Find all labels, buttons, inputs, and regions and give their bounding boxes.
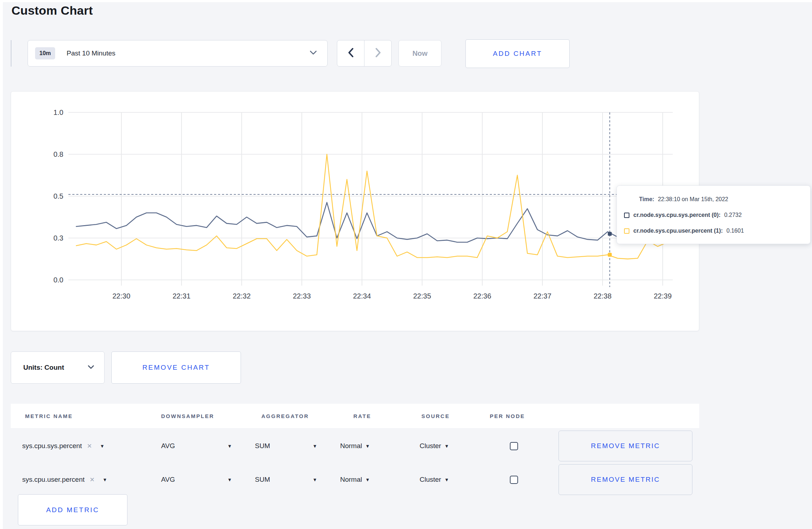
caret-down-icon: ▼: [227, 443, 232, 449]
chevron-left-icon: [347, 48, 354, 59]
svg-text:22:38: 22:38: [594, 292, 612, 300]
tooltip-series-name: cr.node.sys.cpu.user.percent (1):: [633, 228, 723, 234]
tooltip-series-name: cr.node.sys.cpu.sys.percent (0):: [633, 212, 721, 218]
svg-text:22:36: 22:36: [473, 292, 491, 300]
chart-plot[interactable]: 0.00.30.50.81.022:3022:3122:3222:3322:34…: [11, 92, 700, 331]
metric-row-user: sys.cpu.user.percent ✕ ▼ AVG ▼ SUM ▼ Nor…: [11, 463, 699, 496]
svg-text:0.0: 0.0: [53, 276, 63, 284]
caret-down-icon: ▼: [313, 477, 317, 482]
per-node-checkbox[interactable]: [510, 442, 518, 450]
caret-down-icon: ▼: [227, 477, 232, 482]
aggregator-caret[interactable]: ▼: [313, 429, 317, 463]
tooltip-time-value: 22:38:10 on Mar 15th, 2022: [658, 196, 728, 203]
metric-row-sys: sys.cpu.sys.percent ✕ ▼ AVG ▼ SUM ▼ Norm…: [11, 429, 699, 463]
series-line-0: [76, 203, 668, 242]
metric-name-label: sys.cpu.user.percent: [22, 476, 84, 484]
tooltip-series-value: 0.2732: [724, 212, 742, 218]
tooltip-series-value: 0.1601: [726, 228, 744, 234]
units-label: Units: Count: [23, 364, 64, 372]
caret-down-icon: ▼: [103, 477, 107, 482]
caret-down-icon: ▼: [444, 477, 449, 482]
col-per-node: PER NODE: [490, 413, 525, 419]
source-select[interactable]: Cluster ▼: [420, 463, 449, 496]
chevron-down-icon: [309, 50, 317, 57]
col-metric-name: METRIC NAME: [25, 413, 73, 419]
time-range-select[interactable]: 10m Past 10 Minutes: [28, 40, 328, 67]
per-node-cell: [510, 429, 518, 463]
svg-text:22:32: 22:32: [233, 292, 251, 300]
series-swatch-sys: [624, 213, 629, 218]
series-swatch-user: [624, 228, 629, 234]
chart-card: 0.00.30.50.81.022:3022:3122:3222:3322:34…: [11, 91, 699, 331]
svg-text:22:31: 22:31: [173, 292, 190, 300]
metrics-table-header: METRIC NAME DOWNSAMPLER AGGREGATOR RATE …: [11, 404, 699, 428]
metric-name-select[interactable]: sys.cpu.sys.percent ✕ ▼: [22, 429, 105, 463]
chevron-down-icon: [88, 364, 94, 371]
time-range-label: Past 10 Minutes: [67, 49, 115, 57]
clear-metric-icon[interactable]: ✕: [87, 442, 92, 450]
caret-down-icon: ▼: [365, 477, 370, 482]
col-aggregator: AGGREGATOR: [261, 413, 309, 419]
svg-text:0.3: 0.3: [53, 234, 63, 242]
col-downsampler: DOWNSAMPLER: [161, 413, 214, 419]
prev-range-button[interactable]: [337, 40, 364, 66]
col-source: SOURCE: [421, 413, 450, 419]
tooltip-time-label: Time:: [639, 196, 654, 203]
svg-text:22:33: 22:33: [293, 292, 311, 300]
svg-text:1.0: 1.0: [53, 108, 63, 116]
window-edge-left: [0, 0, 3, 529]
downsampler-select[interactable]: AVG: [161, 429, 175, 463]
units-select[interactable]: Units: Count: [11, 351, 105, 384]
chart-tooltip: Time: 22:38:10 on Mar 15th, 2022 cr.node…: [617, 185, 811, 244]
caret-down-icon: ▼: [100, 443, 105, 449]
chevron-right-icon: [374, 48, 382, 59]
caret-down-icon: ▼: [313, 443, 317, 449]
downsampler-caret[interactable]: ▼: [227, 429, 232, 463]
remove-metric-button[interactable]: REMOVE METRIC: [559, 431, 692, 461]
aggregator-select[interactable]: SUM: [255, 463, 270, 496]
per-node-checkbox[interactable]: [510, 476, 518, 484]
per-node-cell: [510, 463, 518, 496]
aggregator-select[interactable]: SUM: [255, 429, 270, 463]
remove-metric-button[interactable]: REMOVE METRIC: [559, 464, 692, 495]
add-chart-button[interactable]: ADD CHART: [465, 39, 570, 68]
clear-metric-icon[interactable]: ✕: [90, 476, 95, 484]
svg-text:22:34: 22:34: [353, 292, 371, 300]
downsampler-select[interactable]: AVG: [161, 463, 175, 496]
remove-chart-button[interactable]: REMOVE CHART: [111, 351, 241, 384]
source-select[interactable]: Cluster ▼: [420, 429, 449, 463]
time-nav-group: [337, 40, 392, 67]
rate-select[interactable]: Normal ▼: [340, 463, 370, 496]
time-range-badge: 10m: [35, 47, 55, 59]
page-title: Custom Chart: [11, 4, 93, 18]
add-metric-button[interactable]: ADD METRIC: [18, 494, 127, 525]
svg-text:22:30: 22:30: [112, 292, 130, 300]
downsampler-caret[interactable]: ▼: [227, 463, 232, 496]
window-edge-top: [0, 0, 812, 2]
toolbar-divider: [11, 40, 11, 67]
svg-text:22:35: 22:35: [413, 292, 431, 300]
series-line-1: [76, 154, 668, 259]
metric-name-select[interactable]: sys.cpu.user.percent ✕ ▼: [22, 463, 107, 496]
svg-text:0.5: 0.5: [53, 192, 63, 200]
rate-select[interactable]: Normal ▼: [340, 429, 370, 463]
aggregator-caret[interactable]: ▼: [313, 463, 317, 496]
svg-text:22:39: 22:39: [654, 292, 672, 300]
metric-name-label: sys.cpu.sys.percent: [22, 442, 82, 450]
now-button[interactable]: Now: [398, 40, 441, 67]
svg-text:22:37: 22:37: [533, 292, 551, 300]
caret-down-icon: ▼: [365, 443, 370, 449]
svg-text:0.8: 0.8: [53, 150, 63, 158]
caret-down-icon: ▼: [444, 443, 449, 449]
next-range-button[interactable]: [364, 40, 391, 66]
col-rate: RATE: [353, 413, 371, 419]
